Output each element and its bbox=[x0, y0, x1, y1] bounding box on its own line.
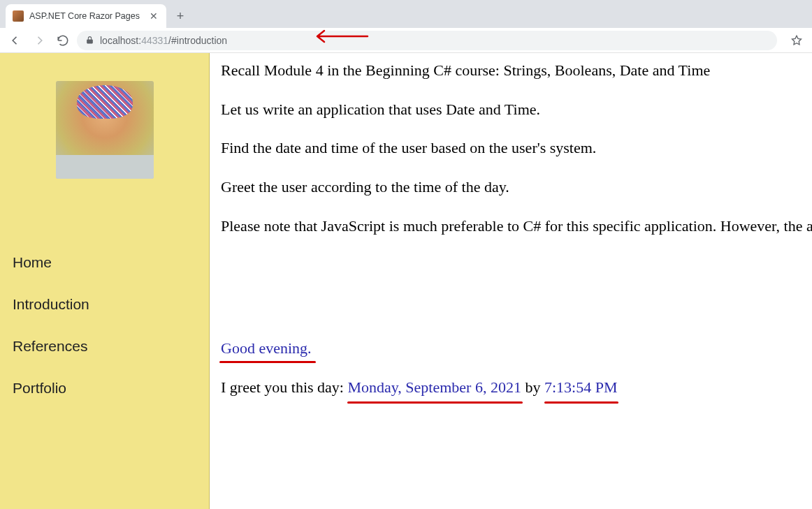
paragraph: Greet the user according to the time of … bbox=[221, 177, 812, 198]
paragraph: Let us write an application that uses Da… bbox=[221, 99, 812, 120]
browser-tab[interactable]: ASP.NET Core Razor Pages ✕ bbox=[6, 4, 166, 28]
spacer bbox=[221, 254, 812, 338]
reload-button[interactable] bbox=[53, 31, 73, 50]
sidebar: Home Introduction References Portfolio bbox=[0, 53, 210, 509]
nav-label: References bbox=[13, 338, 87, 354]
toolbar: localhost:44331/#introduction bbox=[0, 28, 812, 53]
bookmark-icon[interactable] bbox=[787, 31, 806, 50]
date-line: I greet you this day: Monday, September … bbox=[221, 377, 812, 398]
avatar-container bbox=[0, 81, 209, 179]
tab-title: ASP.NET Core Razor Pages bbox=[29, 11, 143, 21]
avatar bbox=[56, 81, 154, 179]
paragraph: Find the date and time of the user based… bbox=[221, 138, 812, 158]
main-content: Recall Module 4 in the Beginning C# cour… bbox=[210, 53, 812, 509]
nav-item-introduction[interactable]: Introduction bbox=[0, 283, 209, 325]
greeting-line: Good evening. bbox=[221, 338, 812, 359]
paragraph: Recall Module 4 in the Beginning C# cour… bbox=[221, 60, 812, 81]
greet-prefix: I greet you this day: bbox=[221, 378, 347, 396]
by-text: by bbox=[521, 378, 544, 396]
back-button[interactable] bbox=[6, 31, 25, 50]
nav-label: Portfolio bbox=[13, 380, 66, 396]
nav-list: Home Introduction References Portfolio bbox=[0, 242, 209, 409]
url-text: localhost:44331/#introduction bbox=[100, 35, 227, 46]
annotation-arrow-icon bbox=[313, 28, 369, 47]
greeting-text: Good evening. bbox=[221, 338, 312, 359]
page-viewport: Home Introduction References Portfolio R… bbox=[0, 53, 812, 509]
lock-icon bbox=[85, 36, 94, 45]
date-value: Monday, September 6, 2021 bbox=[347, 377, 521, 398]
close-icon[interactable]: ✕ bbox=[148, 10, 159, 22]
nav-label: Introduction bbox=[13, 296, 89, 312]
nav-item-home[interactable]: Home bbox=[0, 242, 209, 283]
paragraph: Please note that JavaScript is much pref… bbox=[221, 216, 812, 237]
tab-strip: ASP.NET Core Razor Pages ✕ + bbox=[0, 0, 812, 28]
new-tab-button[interactable]: + bbox=[171, 6, 190, 26]
nav-item-references[interactable]: References bbox=[0, 325, 209, 367]
nav-label: Home bbox=[13, 254, 52, 270]
nav-item-portfolio[interactable]: Portfolio bbox=[0, 367, 209, 409]
favicon-icon bbox=[13, 10, 24, 22]
time-value: 7:13:54 PM bbox=[544, 377, 618, 398]
forward-button[interactable] bbox=[29, 31, 49, 50]
address-bar[interactable]: localhost:44331/#introduction bbox=[77, 31, 777, 50]
